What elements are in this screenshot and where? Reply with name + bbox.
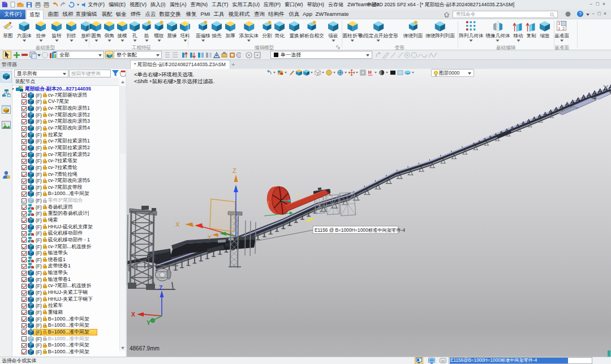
svg-text:3: 3 [558,21,561,26]
svg-text:X: X [175,221,180,228]
svg-text:Y: Y [147,319,150,326]
svg-text:E1156 @ B=1000H=1000标准中间架零件-4: E1156 @ B=1000H=1000标准中间架零件-4 [315,227,405,233]
svg-text:Z: Z [233,167,236,174]
svg-text:Z: Z [159,284,163,291]
svg-text:X: X [131,311,135,318]
svg-text:2: 2 [563,26,565,31]
svg-text:1: 1 [558,26,561,31]
svg-text:Y: Y [208,235,212,241]
svg-text:H: H [368,70,372,75]
